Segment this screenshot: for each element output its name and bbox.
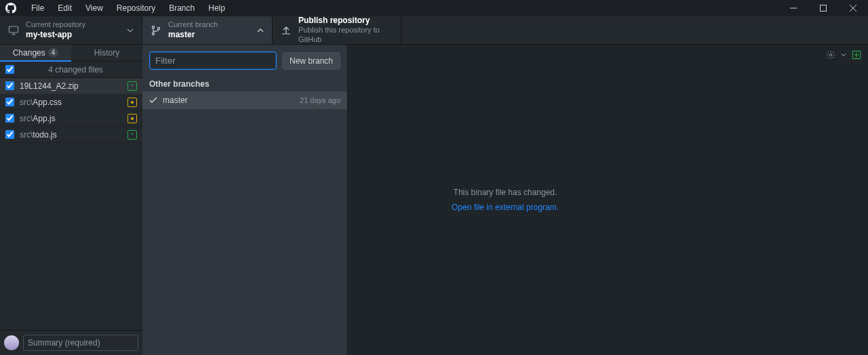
svg-rect-1 [9,26,18,33]
current-branch-selector[interactable]: Current branch master [142,16,273,44]
svg-point-5 [829,54,832,56]
branch-item-master[interactable]: master 21 days ago [142,91,347,109]
title-bar: File Edit View Repository Branch Help [0,0,868,16]
modified-icon [127,114,137,123]
avatar [4,335,19,350]
changes-count-badge: 4 [48,48,59,57]
file-checkbox[interactable] [5,98,14,106]
svg-rect-0 [821,5,827,12]
other-branches-heading: Other branches [142,77,347,91]
chevron-down-icon [127,27,134,34]
file-checkbox[interactable] [5,130,14,139]
tab-changes[interactable]: Changes 4 [0,45,71,62]
file-row[interactable]: src\App.js [0,110,142,127]
file-path: src\todo.js [20,130,122,140]
window-maximize-icon[interactable] [808,0,838,16]
current-branch-value: master [168,30,218,40]
current-repo-label: Current repository [26,20,85,30]
tab-changes-label: Changes [13,48,45,58]
menu-help[interactable]: Help [201,0,232,16]
svg-point-2 [152,26,154,28]
menu-branch[interactable]: Branch [162,0,201,16]
window-close-icon[interactable] [838,0,868,16]
toolbar: Current repository my-test-app Current b… [0,16,868,45]
menu-view[interactable]: View [79,0,110,16]
file-path: src\App.js [20,114,122,123]
publish-subtitle: Publish this repository to GitHub [298,26,393,45]
file-row[interactable]: 19L1244_A2.zip+ [0,78,142,94]
svg-point-3 [152,33,154,35]
file-row[interactable]: src\App.css [0,94,142,110]
chevron-up-icon [257,27,264,34]
new-branch-button[interactable]: New branch [282,52,340,70]
tab-history[interactable]: History [71,45,142,61]
menu-file[interactable]: File [24,0,51,16]
changed-files-count: 4 changed files [14,65,137,75]
publish-repository-button[interactable]: Publish repository Publish this reposito… [273,16,401,44]
branch-filter-input[interactable] [149,51,277,70]
modified-icon [127,98,137,107]
window-minimize-icon[interactable] [778,0,808,16]
file-row[interactable]: src\todo.js+ [0,127,142,143]
added-icon: + [127,130,137,140]
svg-point-4 [157,27,159,29]
commit-form [0,330,142,355]
branch-dropdown-panel: New branch Other branches master 21 days… [142,45,348,355]
tab-history-label: History [94,48,119,58]
chevron-down-icon[interactable] [841,52,846,58]
current-repo-value: my-test-app [26,30,85,40]
changed-files-header: 4 changed files [0,62,142,78]
upload-icon [281,25,292,36]
file-checkbox[interactable] [5,81,14,90]
added-icon: + [127,81,137,91]
expand-icon[interactable] [852,50,861,60]
sidebar: Changes 4 History 4 changed files 19L124… [0,45,142,355]
file-checkbox[interactable] [5,114,14,123]
git-branch-icon [151,25,161,36]
publish-title: Publish repository [298,16,393,26]
file-path: src\App.css [20,98,122,107]
branch-name: master [163,96,294,105]
select-all-checkbox[interactable] [5,65,14,74]
check-icon [149,96,157,104]
gear-icon[interactable] [826,50,835,60]
github-logo-icon [5,3,16,14]
file-list: 19L1244_A2.zip+src\App.csssrc\App.jssrc\… [0,78,142,143]
menu-edit[interactable]: Edit [51,0,79,16]
branch-time: 21 days ago [300,96,340,104]
commit-summary-input[interactable] [23,335,138,351]
monitor-icon [8,25,19,36]
menu-repository[interactable]: Repository [110,0,162,16]
current-branch-label: Current branch [168,20,218,30]
file-path: 19L1244_A2.zip [20,81,122,91]
current-repository-selector[interactable]: Current repository my-test-app [0,16,142,44]
